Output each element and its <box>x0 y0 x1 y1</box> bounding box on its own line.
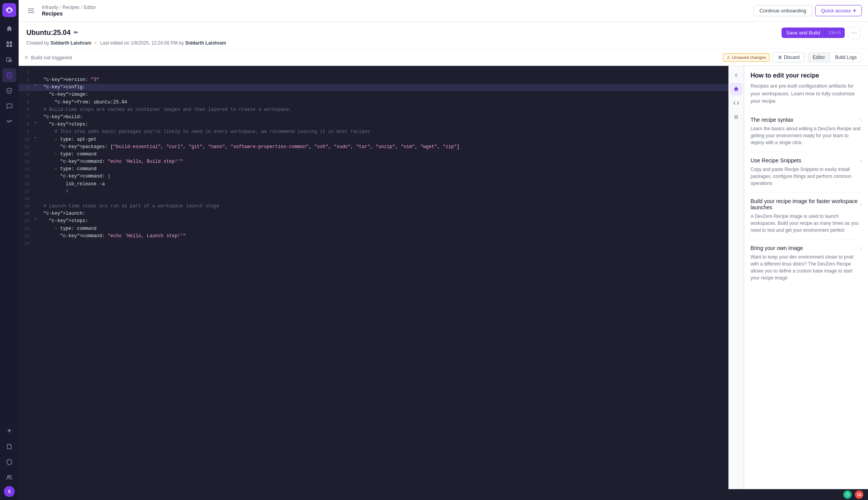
line-content-6: # Build-time steps are cached as contain… <box>40 106 728 114</box>
discard-button[interactable]: Discard <box>773 52 805 62</box>
line-number-7: 7 <box>19 114 34 121</box>
code-line-9: 9 # This step adds basic packages you're… <box>19 128 728 136</box>
toolbar-right: ⚠ Unsaved changes Discard Editor Build L… <box>723 52 862 62</box>
chevron-right-icon-1: › <box>860 158 862 163</box>
code-line-24: 24 <box>19 240 728 247</box>
line-fold-21 <box>34 217 40 221</box>
breadcrumb-infrasity: Infrasity <box>42 5 58 10</box>
line-number-2: 2 <box>19 76 34 84</box>
header-right: Continue onboarding Quick access ▾ <box>754 5 862 16</box>
line-content-2: "c-key">version: "3" <box>40 76 728 84</box>
line-content-23: "c-key">command: "echo 'Hello, Launch st… <box>40 233 728 240</box>
svg-point-11 <box>10 476 12 477</box>
continue-onboarding-button[interactable]: Continue onboarding <box>754 5 812 16</box>
sidebar-item-home[interactable] <box>2 22 16 36</box>
help-item-0-title: The recipe syntax <box>751 117 794 123</box>
help-item-2-title: Build your recipe image for faster works… <box>751 198 860 210</box>
app-header: Infrasity / Recipes / Editor Recipes Con… <box>19 0 868 22</box>
sidebar-item-activity[interactable] <box>2 115 16 129</box>
unsaved-label: Unsaved changes <box>732 55 766 60</box>
edit-title-icon[interactable]: ✏ <box>74 29 78 36</box>
more-options-button[interactable]: ⋯ <box>848 26 860 39</box>
help-item-3[interactable]: Bring your own image › Want to keep your… <box>751 240 862 287</box>
line-number-18: 18 <box>19 195 34 203</box>
panel-icon-home[interactable] <box>730 83 742 95</box>
line-number-16: 16 <box>19 181 34 188</box>
help-item-1[interactable]: Use Recipe Snippets › Copy and paste Rec… <box>751 152 862 193</box>
tab-editor[interactable]: Editor <box>808 52 830 62</box>
quick-access-button[interactable]: Quick access ▾ <box>815 5 862 16</box>
sidebar-item-security[interactable] <box>2 84 16 98</box>
sidebar-item-recipes[interactable] <box>2 68 16 82</box>
tab-build-logs[interactable]: Build Logs <box>830 52 862 62</box>
save-build-label: Save and Build <box>782 28 825 38</box>
line-content-5: "c-key">from: ubuntu:25.04 <box>40 99 728 106</box>
created-by: Siddarth Laishram <box>50 40 91 46</box>
right-panel-wrapper: How to edit your recipe Recipes are pre-… <box>728 66 868 489</box>
svg-rect-5 <box>8 59 12 62</box>
line-content-11: "c-key">packages: ["build-essential", "c… <box>40 143 728 151</box>
code-line-18: 18 <box>19 195 728 203</box>
help-item-2[interactable]: Build your recipe image for faster works… <box>751 193 862 240</box>
code-line-14: 14 - type: command <box>19 166 728 173</box>
code-line-7: 7"c-key">build: <box>19 114 728 121</box>
save-and-build-button[interactable]: Save and Build Ctrl+S <box>782 28 845 38</box>
code-line-3: 3"c-key">config: <box>19 84 728 91</box>
recipe-title-row: Ubuntu:25.04 ✏ Save and Build Ctrl+S ⋯ <box>26 26 860 39</box>
sidebar-item-messages[interactable] <box>2 99 16 113</box>
line-content-12: - type: command <box>40 151 728 158</box>
chevron-right-icon-3: › <box>860 245 862 251</box>
line-number-13: 13 <box>19 158 34 166</box>
sidebar: S <box>0 0 19 500</box>
line-number-11: 11 <box>19 143 34 151</box>
editor-toolbar: Build not triggered ⚠ Unsaved changes Di… <box>19 49 868 66</box>
right-panel: How to edit your recipe Recipes are pre-… <box>744 66 868 489</box>
quick-access-arrow-icon: ▾ <box>853 8 856 14</box>
user-avatar[interactable]: S <box>4 486 15 497</box>
svg-point-10 <box>8 476 10 478</box>
build-status-indicator <box>25 56 28 59</box>
sidebar-item-dashboard[interactable] <box>2 37 16 51</box>
line-number-6: 6 <box>19 106 34 114</box>
line-number-22: 22 <box>19 225 34 233</box>
sidebar-item-users[interactable] <box>2 471 16 484</box>
recipe-title: Ubuntu:25.04 ✏ <box>26 29 78 37</box>
help-item-1-desc: Copy and paste Recipe Snippets to easily… <box>751 166 862 187</box>
panel-intro: Recipes are pre-built configuration arti… <box>751 82 862 105</box>
sidebar-item-workspaces[interactable] <box>2 53 16 67</box>
svg-rect-2 <box>7 45 9 47</box>
line-content-7: "c-key">build: <box>40 114 728 121</box>
code-line-22: 22 - type: command <box>19 225 728 233</box>
status-badge-green[interactable] <box>843 490 852 499</box>
main-area: Infrasity / Recipes / Editor Recipes Con… <box>19 0 868 500</box>
menu-toggle[interactable] <box>25 5 37 17</box>
sidebar-item-shield[interactable] <box>2 455 16 469</box>
recipe-title-text: Ubuntu:25.04 <box>26 29 71 37</box>
panel-icon-bug[interactable] <box>730 111 742 123</box>
line-content-20: "c-key">launch: <box>40 210 728 217</box>
svg-rect-12 <box>28 9 34 9</box>
app-logo[interactable] <box>2 3 16 17</box>
status-badge-red[interactable]: 15 <box>855 490 863 499</box>
line-content-10: - type: apt-get <box>40 136 728 143</box>
line-fold-3 <box>34 84 40 87</box>
svg-line-17 <box>737 115 738 116</box>
line-content-19: # Launch-time steps are run as part of a… <box>40 203 728 210</box>
code-editor[interactable]: 12"c-key">version: "3"3"c-key">config:4 … <box>19 66 728 489</box>
code-line-4: 4 "c-key">image: <box>19 91 728 98</box>
help-item-0[interactable]: The recipe syntax › Learn the basics abo… <box>751 111 862 152</box>
sidebar-item-ai[interactable] <box>2 424 16 438</box>
line-content-16: lsb_release -a <box>40 181 728 188</box>
code-line-6: 6# Build-time steps are cached as contai… <box>19 106 728 114</box>
save-build-shortcut: Ctrl+S <box>825 28 845 37</box>
discard-label: Discard <box>784 55 800 60</box>
code-line-8: 8 "c-key">steps: <box>19 121 728 128</box>
sidebar-item-docs[interactable] <box>2 440 16 453</box>
panel-icon-code[interactable] <box>730 97 742 109</box>
status-badge-count: 15 <box>857 492 861 497</box>
panel-icon-chevron[interactable] <box>730 69 742 81</box>
code-line-11: 11 "c-key">packages: ["build-essential",… <box>19 143 728 151</box>
line-number-19: 19 <box>19 203 34 210</box>
line-number-3: 3 <box>19 84 34 91</box>
code-line-12: 12 - type: command <box>19 151 728 158</box>
